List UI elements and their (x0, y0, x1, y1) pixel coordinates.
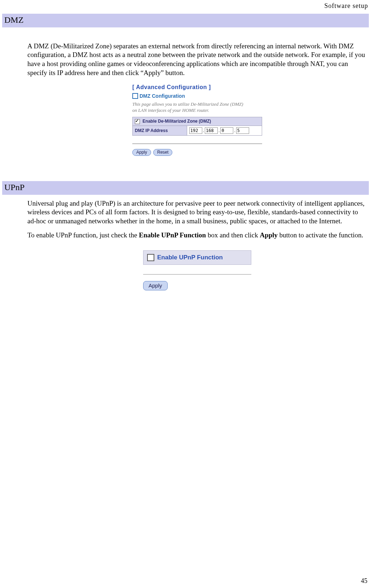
upnp-paragraph-1: Universal plug and play (UPnP) is an arc… (27, 199, 367, 226)
dmz-panel-divider (132, 144, 262, 144)
upnp-config-panel: Enable UPnP Function Apply (143, 250, 251, 290)
dmz-ip-row-label: DMZ IP Address (133, 126, 187, 136)
dmz-ip-octet-2[interactable] (205, 127, 218, 134)
dmz-config-table: Enable De-Militarized Zone (DMZ) DMZ IP … (132, 117, 262, 136)
dmz-help-line2: on LAN interfaces of your HOME router. (132, 107, 209, 113)
dmz-config-panel: [ Advanced Configuration ] DMZ Configura… (132, 84, 262, 156)
dmz-apply-button[interactable]: Apply (132, 149, 151, 156)
enable-dmz-label: Enable De-Militarized Zone (DMZ) (142, 119, 211, 124)
upnp-apply-button[interactable]: Apply (143, 281, 168, 290)
upnp-enable-row: Enable UPnP Function (143, 250, 251, 265)
enable-upnp-label: Enable UPnP Function (157, 254, 223, 262)
upnp-p2-pre: To enable UPnP function, just check the (27, 231, 139, 239)
page-number: 45 (361, 577, 367, 585)
advanced-config-title: [ Advanced Configuration ] (132, 84, 262, 91)
enable-dmz-checkbox[interactable] (135, 119, 140, 124)
square-bullet-icon (132, 93, 138, 99)
dmz-ip-cell: ... (187, 126, 262, 136)
page-header-right: Software setup (2, 2, 369, 10)
upnp-p2-mid: box and then click (206, 231, 260, 239)
section-heading-upnp: UPnP (2, 181, 369, 194)
dmz-config-subtitle: DMZ Configuration (140, 93, 185, 99)
dmz-reset-button[interactable]: Reset (153, 149, 172, 156)
enable-upnp-checkbox[interactable] (147, 254, 154, 261)
upnp-p2-bold2: Apply (260, 231, 278, 239)
upnp-paragraph-2: To enable UPnP function, just check the … (27, 231, 367, 240)
dmz-ip-octet-3[interactable] (220, 127, 233, 134)
dmz-ip-octet-4[interactable] (236, 127, 249, 134)
dmz-ip-octet-1[interactable] (189, 127, 202, 134)
upnp-panel-divider (143, 274, 251, 275)
dmz-description: A DMZ (De-Militarized Zone) separates an… (27, 42, 367, 78)
section-heading-dmz: DMZ (2, 14, 369, 27)
dmz-help-line1: This page allows you to utilize De-Milit… (132, 101, 243, 107)
upnp-p2-bold1: Enable UPnP Function (139, 231, 206, 239)
upnp-p2-post: button to activate the function. (278, 231, 363, 239)
dmz-help-text: This page allows you to utilize De-Milit… (132, 101, 248, 113)
